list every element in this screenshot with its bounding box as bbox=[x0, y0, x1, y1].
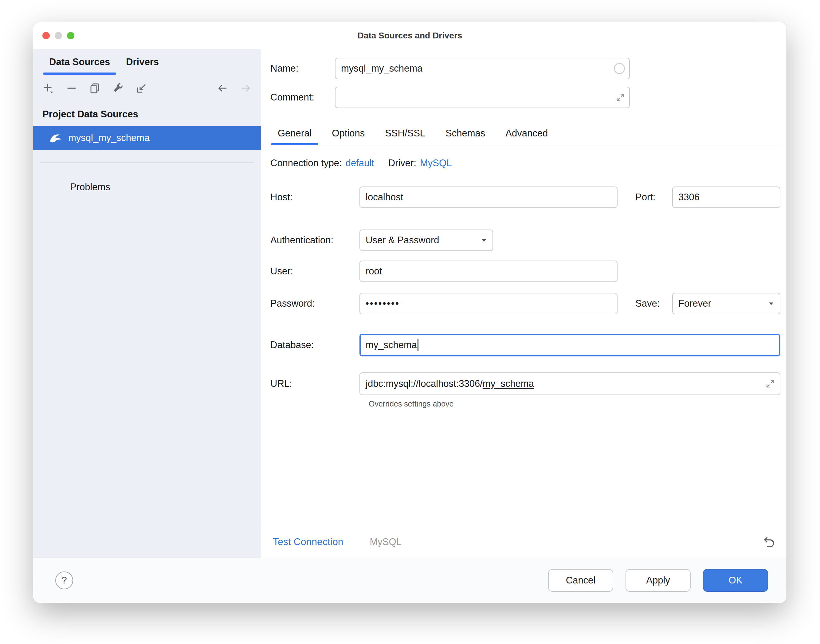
authentication-value: User & Password bbox=[366, 235, 439, 246]
save-select[interactable]: Forever bbox=[672, 293, 780, 314]
url-value-base: jdbc:mysql://localhost:3306/ bbox=[366, 378, 483, 389]
expand-icon[interactable] bbox=[615, 92, 625, 103]
user-input[interactable] bbox=[359, 261, 618, 282]
database-row: Database: my_schema bbox=[270, 334, 780, 356]
forward-button[interactable] bbox=[240, 82, 251, 94]
password-row: Password: Save: Forever bbox=[270, 293, 780, 314]
chevron-down-icon bbox=[480, 236, 487, 244]
user-label: User: bbox=[270, 266, 359, 277]
traffic-lights bbox=[42, 22, 74, 49]
sidebar-toolbar bbox=[33, 75, 261, 101]
zoom-button[interactable] bbox=[67, 32, 74, 39]
help-button[interactable]: ? bbox=[55, 572, 73, 589]
minus-icon bbox=[66, 82, 77, 94]
connection-type-row: Connection type: default Driver: MySQL bbox=[270, 158, 780, 169]
name-input[interactable] bbox=[335, 58, 630, 79]
driver-label: Driver: bbox=[388, 158, 416, 169]
comment-row: Comment: bbox=[270, 87, 780, 108]
tab-drivers[interactable]: Drivers bbox=[118, 49, 167, 75]
expand-icon[interactable] bbox=[765, 379, 776, 389]
connection-type-link[interactable]: default bbox=[346, 158, 374, 169]
comment-input[interactable] bbox=[335, 87, 630, 108]
data-sources-dialog: Data Sources and Drivers Data Sources Dr… bbox=[33, 22, 786, 603]
tab-ssh-ssl[interactable]: SSH/SSL bbox=[378, 123, 432, 145]
password-label: Password: bbox=[270, 298, 359, 309]
tab-options[interactable]: Options bbox=[325, 123, 372, 145]
mysql-dolphin-icon bbox=[49, 132, 61, 144]
forward-arrow-icon bbox=[240, 82, 251, 95]
tab-advanced[interactable]: Advanced bbox=[498, 123, 555, 145]
tab-schemas-label: Schemas bbox=[446, 128, 485, 139]
tab-general-label: General bbox=[278, 128, 311, 139]
copy-icon bbox=[89, 82, 101, 94]
sidebar: Data Sources Drivers bbox=[33, 49, 261, 558]
wrench-icon bbox=[112, 82, 124, 94]
database-label: Database: bbox=[270, 339, 359, 351]
tab-ssh-ssl-label: SSH/SSL bbox=[385, 128, 425, 139]
test-connection-link[interactable]: Test Connection bbox=[273, 536, 343, 547]
problems-item[interactable]: Problems bbox=[33, 182, 261, 193]
tab-data-sources-label: Data Sources bbox=[49, 57, 110, 67]
authentication-label: Authentication: bbox=[270, 235, 359, 246]
data-source-item[interactable]: mysql_my_schema bbox=[33, 126, 261, 150]
sidebar-tabstrip: Data Sources Drivers bbox=[33, 49, 261, 75]
undo-icon bbox=[762, 535, 775, 549]
status-bar: Test Connection MySQL bbox=[261, 526, 786, 558]
main-panel: Name: Comment: bbox=[261, 49, 786, 558]
database-field[interactable]: my_schema bbox=[359, 334, 780, 356]
loading-ring-icon bbox=[614, 63, 625, 74]
database-value: my_schema bbox=[366, 339, 417, 351]
host-row: Host: Port: bbox=[270, 187, 780, 208]
tab-drivers-label: Drivers bbox=[126, 57, 159, 67]
save-label: Save: bbox=[635, 298, 672, 309]
authentication-select[interactable]: User & Password bbox=[359, 230, 493, 251]
window-title: Data Sources and Drivers bbox=[33, 31, 786, 41]
footer: ? Cancel Apply OK bbox=[33, 558, 786, 603]
connection-type-label: Connection type: bbox=[270, 158, 342, 169]
close-button[interactable] bbox=[42, 32, 50, 39]
password-input[interactable] bbox=[359, 293, 618, 314]
text-caret bbox=[417, 339, 418, 351]
import-button[interactable] bbox=[136, 82, 147, 94]
url-row: URL: jdbc:mysql://localhost:3306/my_sche… bbox=[270, 373, 780, 395]
authentication-row: Authentication: User & Password bbox=[270, 230, 780, 251]
plus-icon bbox=[42, 82, 54, 94]
port-label: Port: bbox=[635, 192, 672, 203]
host-input[interactable] bbox=[359, 187, 618, 208]
host-label: Host: bbox=[270, 192, 359, 203]
tab-schemas[interactable]: Schemas bbox=[438, 123, 492, 145]
comment-label: Comment: bbox=[270, 92, 335, 103]
tab-data-sources[interactable]: Data Sources bbox=[41, 49, 118, 75]
section-title: Project Data Sources bbox=[33, 101, 261, 126]
properties-button[interactable] bbox=[112, 82, 124, 94]
settings-tabstrip: General Options SSH/SSL Schemas Advanced bbox=[270, 123, 780, 145]
remove-button[interactable] bbox=[66, 82, 77, 94]
sidebar-divider bbox=[41, 162, 253, 163]
tab-general[interactable]: General bbox=[270, 123, 319, 145]
tab-options-label: Options bbox=[332, 128, 365, 139]
port-input[interactable] bbox=[672, 187, 780, 208]
name-row: Name: bbox=[270, 58, 780, 79]
data-source-item-label: mysql_my_schema bbox=[68, 132, 150, 144]
titlebar: Data Sources and Drivers bbox=[33, 22, 786, 49]
user-row: User: bbox=[270, 261, 780, 282]
url-field[interactable]: jdbc:mysql://localhost:3306/my_schema bbox=[359, 373, 780, 395]
chevron-down-icon bbox=[768, 300, 775, 307]
url-hint: Overrides settings above bbox=[369, 399, 780, 408]
ok-button[interactable]: OK bbox=[703, 569, 768, 592]
driver-link[interactable]: MySQL bbox=[420, 158, 452, 169]
driver-name: MySQL bbox=[369, 537, 401, 547]
import-icon bbox=[136, 82, 147, 94]
save-value: Forever bbox=[678, 298, 711, 309]
back-arrow-icon bbox=[217, 82, 228, 95]
url-label: URL: bbox=[270, 378, 359, 389]
name-label: Name: bbox=[270, 63, 335, 74]
add-button[interactable] bbox=[42, 82, 54, 94]
duplicate-button[interactable] bbox=[89, 82, 101, 94]
apply-button[interactable]: Apply bbox=[625, 569, 691, 592]
back-button[interactable] bbox=[217, 82, 228, 94]
minimize-button bbox=[55, 32, 62, 39]
url-value-schema[interactable]: my_schema bbox=[483, 378, 534, 389]
cancel-button[interactable]: Cancel bbox=[548, 569, 613, 592]
revert-button[interactable] bbox=[762, 535, 776, 549]
